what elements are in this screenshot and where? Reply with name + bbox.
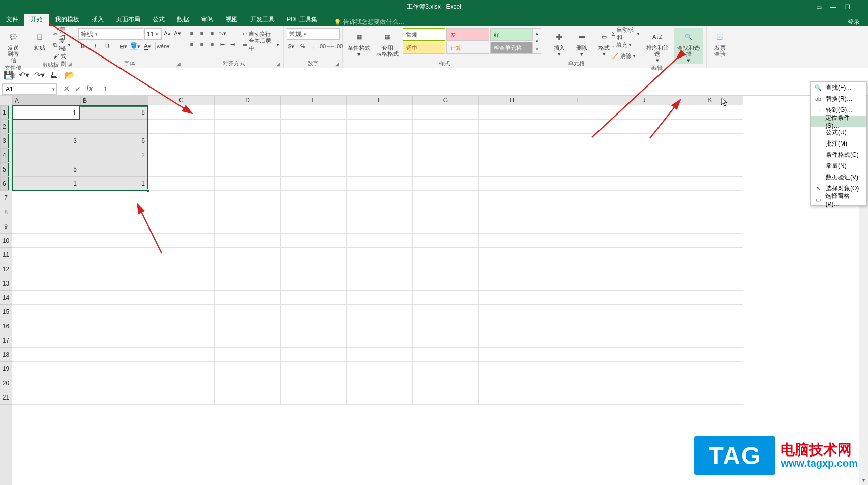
cell-I20[interactable] (545, 376, 611, 390)
cell-J11[interactable] (611, 248, 677, 262)
cell-J13[interactable] (611, 276, 677, 291)
align-right-button[interactable]: ≡ (207, 40, 217, 49)
cell-F16[interactable] (347, 319, 413, 333)
cell-D19[interactable] (215, 362, 281, 376)
cancel-formula-button[interactable]: ✕ (63, 84, 70, 94)
cell-D12[interactable] (215, 262, 281, 276)
cell-G2[interactable] (413, 120, 479, 134)
cell-J15[interactable] (611, 305, 677, 319)
cell-A13[interactable] (12, 276, 80, 291)
cell-C11[interactable] (148, 248, 215, 262)
align-left-button[interactable]: ≡ (187, 40, 196, 49)
insert-cells-button[interactable]: ➕插入▾ (549, 28, 570, 58)
row-header-4[interactable]: 4 (0, 148, 9, 162)
font-color-button[interactable]: A▾ (143, 42, 152, 51)
tab-developer[interactable]: 开发工具 (244, 13, 281, 26)
number-launcher[interactable]: ◢ (335, 61, 341, 67)
cell-H8[interactable] (479, 205, 545, 219)
formula-input[interactable] (101, 83, 868, 95)
cell-A11[interactable] (12, 248, 80, 262)
cell-E19[interactable] (281, 362, 347, 376)
cell-J21[interactable] (611, 390, 677, 405)
cell-K16[interactable] (677, 319, 743, 333)
cell-I7[interactable] (545, 191, 611, 205)
cell-A12[interactable] (12, 262, 80, 276)
increase-indent-button[interactable]: ⇥ (228, 40, 237, 49)
cell-G19[interactable] (413, 362, 479, 376)
tab-file[interactable]: 文件 (0, 13, 24, 26)
cell-D10[interactable] (215, 234, 281, 248)
menu-replace[interactable]: ab替换(R)… (811, 93, 866, 104)
cell-B8[interactable] (80, 205, 148, 219)
cell-F14[interactable] (347, 291, 413, 305)
cell-F1[interactable] (347, 105, 413, 120)
cell-I4[interactable] (545, 148, 611, 162)
cell-E3[interactable] (281, 134, 347, 148)
cell-F4[interactable] (347, 148, 413, 162)
column-header-I[interactable]: I (545, 96, 611, 105)
clipboard-launcher[interactable]: ◢ (68, 61, 74, 67)
percent-button[interactable]: % (298, 42, 307, 51)
cell-I9[interactable] (545, 219, 611, 234)
cell-D2[interactable] (215, 120, 281, 134)
cell-H5[interactable] (479, 162, 545, 177)
qat-redo-button[interactable]: ↷▾ (35, 71, 44, 80)
cells-area[interactable]: 183625111 (12, 105, 868, 485)
cell-J16[interactable] (611, 319, 677, 333)
cell-B20[interactable] (80, 376, 148, 390)
cell-F11[interactable] (347, 248, 413, 262)
clear-button[interactable]: 🧹清除▾ (610, 51, 641, 61)
cell-G13[interactable] (413, 276, 479, 291)
cell-D4[interactable] (215, 148, 281, 162)
cell-G17[interactable] (413, 333, 479, 348)
cell-A6[interactable]: 1 (12, 177, 80, 191)
cell-C15[interactable] (148, 305, 215, 319)
cell-I18[interactable] (545, 348, 611, 362)
cell-K9[interactable] (677, 219, 743, 234)
row-header-19[interactable]: 19 (0, 362, 12, 376)
cell-F17[interactable] (347, 333, 413, 348)
cell-E17[interactable] (281, 333, 347, 348)
menu-comments[interactable]: 批注(M) (811, 138, 866, 149)
cell-H2[interactable] (479, 120, 545, 134)
cell-D15[interactable] (215, 305, 281, 319)
chevron-down-icon[interactable]: ▾ (52, 87, 55, 92)
cell-C6[interactable] (148, 177, 215, 191)
cell-F19[interactable] (347, 362, 413, 376)
cell-G3[interactable] (413, 134, 479, 148)
cell-K17[interactable] (677, 333, 743, 348)
cell-J20[interactable] (611, 376, 677, 390)
style-bad[interactable]: 差 (446, 28, 489, 41)
row-header-14[interactable]: 14 (0, 291, 12, 305)
column-header-E[interactable]: E (281, 96, 347, 105)
minimize-icon[interactable]: — (829, 4, 836, 11)
style-check[interactable]: 检查单元格 (490, 42, 533, 54)
cell-K3[interactable] (677, 134, 743, 148)
fill-button[interactable]: ↓填充▾ (610, 40, 641, 50)
cell-G6[interactable] (413, 177, 479, 191)
column-header-F[interactable]: F (347, 96, 413, 105)
cell-F12[interactable] (347, 262, 413, 276)
cell-K1[interactable] (677, 105, 743, 120)
autosum-button[interactable]: Σ自动求和▾ (610, 28, 641, 39)
cell-G10[interactable] (413, 234, 479, 248)
restore-icon[interactable]: ❐ (844, 4, 851, 11)
cell-H11[interactable] (479, 248, 545, 262)
font-launcher[interactable]: ◢ (176, 61, 183, 67)
number-format-select[interactable]: 常规▾ (287, 28, 340, 40)
cell-K7[interactable] (677, 191, 743, 205)
tab-home[interactable]: 开始 (24, 13, 49, 26)
cell-D7[interactable] (215, 191, 281, 205)
cell-A20[interactable] (12, 376, 80, 390)
cell-A1[interactable]: 1 (12, 105, 80, 120)
cell-J19[interactable] (611, 362, 677, 376)
row-header-10[interactable]: 10 (0, 234, 12, 248)
tab-pdf[interactable]: PDF工具集 (281, 13, 323, 26)
ribbon-options-icon[interactable]: ▭ (815, 4, 822, 11)
row-header-16[interactable]: 16 (0, 319, 12, 333)
cell-B13[interactable] (80, 276, 148, 291)
cell-E21[interactable] (281, 390, 347, 405)
tell-me-search[interactable]: 💡 告诉我您想要做什么… (323, 18, 404, 26)
cell-E1[interactable] (281, 105, 347, 120)
cell-B7[interactable] (80, 191, 148, 205)
